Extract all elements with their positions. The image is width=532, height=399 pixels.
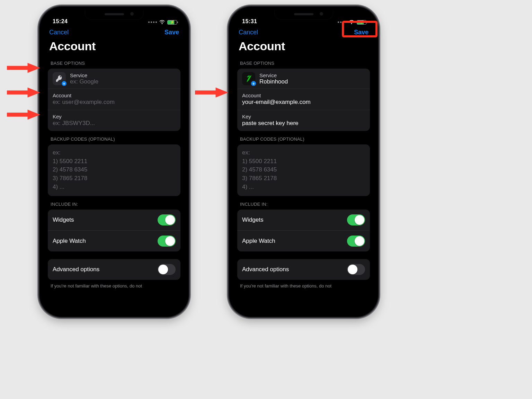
nav-bar: Cancel Save bbox=[232, 26, 375, 36]
account-value: ex: user@example.com bbox=[53, 99, 176, 106]
include-applewatch-label: Apple Watch bbox=[242, 238, 275, 245]
status-time: 15:24 bbox=[53, 18, 68, 26]
wifi-icon bbox=[159, 20, 165, 25]
cancel-button[interactable]: Cancel bbox=[239, 29, 258, 36]
advanced-options-row[interactable]: Advanced options bbox=[48, 259, 180, 280]
card-include-in: Widgets Apple Watch bbox=[48, 210, 180, 251]
annotation-arrow bbox=[195, 87, 228, 98]
service-value: Robinhood bbox=[259, 78, 288, 85]
account-value: your-email@example.com bbox=[242, 99, 365, 106]
battery-icon: ⚡ bbox=[357, 20, 366, 25]
account-row[interactable]: Account your-email@example.com bbox=[237, 89, 370, 110]
toggle-advanced[interactable] bbox=[347, 264, 365, 275]
backup-line: 3) 7865 2178 bbox=[242, 174, 365, 183]
backup-line: 1) 5500 2211 bbox=[53, 157, 176, 166]
include-applewatch-row[interactable]: Apple Watch bbox=[48, 231, 180, 251]
card-base-options: + Service ex: Google Account ex: user@ex… bbox=[48, 69, 180, 131]
plus-badge-icon: + bbox=[61, 80, 67, 87]
service-label: Service bbox=[259, 72, 288, 78]
service-label: Service bbox=[70, 72, 98, 78]
backup-line: ex: bbox=[53, 149, 176, 157]
card-include-in: Widgets Apple Watch bbox=[237, 210, 370, 251]
section-header-include: INCLUDE IN: bbox=[48, 196, 180, 210]
include-widgets-label: Widgets bbox=[242, 216, 263, 223]
toggle-widgets[interactable] bbox=[158, 214, 176, 225]
service-value: ex: Google bbox=[70, 78, 98, 85]
backup-line: ex: bbox=[242, 149, 365, 157]
screen: 15:31 ⚡ Cancel Save Account BASE OPTIONS bbox=[232, 10, 375, 313]
service-icon[interactable]: + bbox=[242, 72, 255, 85]
annotation-arrow bbox=[7, 87, 40, 98]
cancel-button[interactable]: Cancel bbox=[49, 29, 69, 36]
wifi-icon bbox=[348, 20, 355, 25]
include-widgets-row[interactable]: Widgets bbox=[237, 210, 370, 231]
nav-bar: Cancel Save bbox=[43, 26, 185, 36]
backup-line: 2) 4578 6345 bbox=[53, 166, 176, 174]
card-backup-codes[interactable]: ex: 1) 5500 2211 2) 4578 6345 3) 7865 21… bbox=[237, 144, 370, 196]
page-title: Account bbox=[43, 36, 185, 55]
section-header-base: BASE OPTIONS bbox=[237, 55, 370, 69]
account-row[interactable]: Account ex: user@example.com bbox=[48, 89, 180, 110]
service-row[interactable]: + Service Robinhood bbox=[237, 69, 370, 89]
card-advanced: Advanced options bbox=[48, 259, 180, 280]
service-icon[interactable]: + bbox=[53, 72, 66, 85]
cellular-icon bbox=[338, 21, 346, 23]
key-value: ex: JBSWY3D... bbox=[53, 120, 176, 127]
backup-line: 4) ... bbox=[242, 183, 365, 192]
page-title: Account bbox=[232, 36, 375, 55]
key-value: paste secret key here bbox=[242, 120, 365, 127]
toggle-advanced[interactable] bbox=[158, 264, 176, 275]
card-advanced: Advanced options bbox=[237, 259, 370, 280]
key-label: Key bbox=[242, 114, 365, 119]
backup-line: 1) 5500 2211 bbox=[242, 157, 365, 166]
screen: 15:24 ⚡ Cancel Save Account BASE OPTIONS bbox=[43, 10, 185, 313]
include-widgets-row[interactable]: Widgets bbox=[48, 210, 180, 231]
battery-icon: ⚡ bbox=[167, 20, 177, 25]
plus-badge-icon: + bbox=[250, 80, 257, 87]
section-header-base: BASE OPTIONS bbox=[48, 55, 180, 69]
content: BASE OPTIONS + Service ex: Google Accoun… bbox=[43, 55, 185, 299]
include-widgets-label: Widgets bbox=[53, 216, 74, 223]
status-indicators: ⚡ bbox=[338, 20, 366, 26]
phone-right: 15:31 ⚡ Cancel Save Account BASE OPTIONS bbox=[229, 7, 378, 317]
toggle-applewatch[interactable] bbox=[158, 236, 176, 247]
advanced-options-label: Advanced options bbox=[242, 266, 289, 273]
advanced-options-label: Advanced options bbox=[53, 266, 99, 273]
status-time: 15:31 bbox=[242, 18, 257, 26]
include-applewatch-label: Apple Watch bbox=[53, 238, 86, 245]
save-button[interactable]: Save bbox=[165, 29, 179, 36]
footnote: If you're not familiar with these option… bbox=[48, 280, 180, 289]
phone-left: 15:24 ⚡ Cancel Save Account BASE OPTIONS bbox=[39, 7, 189, 317]
cellular-icon bbox=[148, 21, 157, 23]
content: BASE OPTIONS + Service Robinhood Account… bbox=[232, 55, 375, 299]
backup-line: 2) 4578 6345 bbox=[242, 166, 365, 174]
annotation-arrow bbox=[7, 109, 40, 120]
footnote: If you're not familiar with these option… bbox=[237, 280, 370, 289]
status-indicators: ⚡ bbox=[148, 20, 177, 26]
service-row[interactable]: + Service ex: Google bbox=[48, 69, 180, 89]
backup-line: 3) 7865 2178 bbox=[53, 174, 176, 183]
annotation-arrow bbox=[7, 63, 40, 73]
save-button[interactable]: Save bbox=[354, 29, 369, 36]
card-base-options: + Service Robinhood Account your-email@e… bbox=[237, 69, 370, 131]
section-header-backup: BACKUP CODES (OPTIONAL) bbox=[48, 131, 180, 144]
notch bbox=[275, 10, 333, 19]
key-row[interactable]: Key paste secret key here bbox=[237, 110, 370, 131]
include-applewatch-row[interactable]: Apple Watch bbox=[237, 231, 370, 251]
account-label: Account bbox=[242, 92, 365, 98]
toggle-widgets[interactable] bbox=[347, 214, 365, 225]
section-header-include: INCLUDE IN: bbox=[237, 196, 370, 210]
key-label: Key bbox=[53, 114, 176, 119]
key-row[interactable]: Key ex: JBSWY3D... bbox=[48, 110, 180, 131]
account-label: Account bbox=[53, 92, 176, 98]
advanced-options-row[interactable]: Advanced options bbox=[237, 259, 370, 280]
toggle-applewatch[interactable] bbox=[347, 236, 365, 247]
section-header-backup: BACKUP CODES (OPTIONAL) bbox=[237, 131, 370, 144]
backup-line: 4) ... bbox=[53, 183, 176, 192]
notch bbox=[85, 10, 143, 19]
card-backup-codes[interactable]: ex: 1) 5500 2211 2) 4578 6345 3) 7865 21… bbox=[48, 144, 180, 196]
